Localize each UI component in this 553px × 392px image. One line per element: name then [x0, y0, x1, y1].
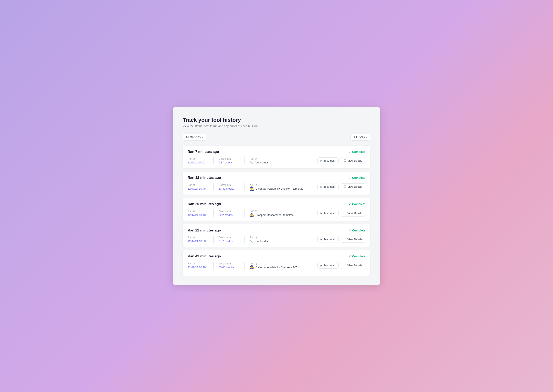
- tool-emoji: 🧙: [250, 187, 254, 190]
- info-icon: ⓘ: [344, 238, 346, 241]
- divider: [213, 236, 214, 243]
- ran-by-value: 🔧 Tool builder: [250, 161, 268, 164]
- run-time-ago: Ran 7 minutes ago: [188, 150, 219, 154]
- run-time-ago: Ran 12 minutes ago: [188, 176, 221, 180]
- run-details-inline: Ran at 12/07/24 10:53 Cost to run 9.37 c…: [188, 157, 365, 164]
- test-input-label: Test Input: [324, 159, 335, 162]
- cost-label: Cost to run: [219, 183, 239, 186]
- actions-group: ▶ Test Input ⓘ View Details: [317, 183, 365, 190]
- ran-at-value: 12/07/24 10:53: [188, 161, 208, 164]
- view-details-label: View Details: [347, 238, 362, 241]
- status-badge: ✓ Complete: [349, 229, 365, 232]
- status-badge: ✓ Complete: [349, 203, 365, 206]
- ran-at-label: Ran at: [188, 157, 208, 160]
- status-label: Complete: [352, 150, 365, 154]
- ran-by-label: Ran by: [250, 183, 303, 186]
- cost-label: Cost to run: [219, 262, 239, 265]
- ran-by-name: Tool builder: [254, 161, 268, 164]
- divider: [213, 183, 214, 190]
- view-details-button[interactable]: ⓘ View Details: [341, 262, 365, 269]
- cost-value: 80.06 credits: [219, 266, 239, 269]
- wrench-icon: 🔧: [250, 161, 253, 164]
- ran-by-name: Calendar Availability Checker - MZ: [256, 266, 297, 269]
- run-card: Ran 43 minutes ago ✓ Complete Ran at 12/…: [183, 250, 370, 276]
- run-card: Ran 20 minutes ago ✓ Complete Ran at 12/…: [183, 198, 370, 221]
- view-details-label: View Details: [347, 185, 362, 188]
- run-time-ago: Ran 22 minutes ago: [188, 228, 221, 232]
- cost-value: 9.37 credits: [219, 239, 239, 243]
- cost-value: 32.2 credits: [219, 213, 239, 217]
- test-input-button[interactable]: ▶ Test Input: [317, 262, 338, 269]
- run-details-inline: Ran at 12/07/24 10:38 Cost to run 9.37 c…: [188, 236, 365, 243]
- ran-by-value: 🔧 Tool builder: [250, 239, 268, 243]
- divider: [244, 236, 244, 243]
- test-input-button[interactable]: ▶ Test Input: [317, 210, 338, 216]
- ran-by-col: Ran by 🔧 Tool builder: [250, 157, 268, 164]
- divider: [244, 262, 244, 269]
- view-details-button[interactable]: ⓘ View Details: [341, 157, 365, 164]
- status-filter-dropdown[interactable]: All statuses ▾: [183, 133, 206, 141]
- ran-by-col: Ran by 🧙 Calendar Availability Checker -…: [250, 262, 297, 269]
- view-details-button[interactable]: ⓘ View Details: [341, 183, 365, 190]
- ran-by-label: Ran by: [250, 236, 268, 239]
- view-details-label: View Details: [347, 159, 362, 162]
- test-input-button[interactable]: ▶ Test Input: [317, 157, 338, 164]
- status-label: Complete: [352, 176, 365, 179]
- actions-group: ▶ Test Input ⓘ View Details: [317, 157, 365, 164]
- runs-list: Ran 7 minutes ago ✓ Complete Ran at 12/0…: [183, 146, 370, 276]
- status-badge: ✓ Complete: [349, 150, 365, 154]
- run-details-inline: Ran at 12/07/24 10:48 Cost to run 63.49 …: [188, 183, 365, 190]
- ran-by-label: Ran by: [250, 262, 297, 265]
- info-icon: ⓘ: [344, 185, 346, 189]
- run-card: Ran 7 minutes ago ✓ Complete Ran at 12/0…: [183, 146, 370, 168]
- cost-label: Cost to run: [219, 210, 239, 213]
- status-filter-label: All statuses: [186, 135, 201, 139]
- ran-by-label: Ran by: [250, 157, 268, 160]
- check-icon: ✓: [349, 255, 351, 258]
- divider: [213, 157, 214, 164]
- check-icon: ✓: [349, 176, 351, 179]
- run-card-header: Ran 12 minutes ago ✓ Complete: [188, 176, 365, 180]
- run-card-header: Ran 43 minutes ago ✓ Complete: [188, 254, 365, 259]
- users-filter-chevron: ▾: [366, 136, 367, 139]
- view-details-button[interactable]: ⓘ View Details: [341, 236, 365, 243]
- ran-by-name: Calendar Availability Checker - template: [256, 187, 303, 190]
- view-details-label: View Details: [347, 211, 362, 215]
- ran-by-label: Ran by: [250, 210, 294, 212]
- check-icon: ✓: [349, 150, 351, 154]
- status-label: Complete: [352, 229, 365, 232]
- ran-at-label: Ran at: [188, 236, 208, 239]
- cost-label: Cost to run: [219, 236, 239, 239]
- test-input-label: Test Input: [324, 238, 335, 241]
- ran-at-col: Ran at 12/07/24 10:48: [188, 183, 208, 190]
- test-input-button[interactable]: ▶ Test Input: [317, 236, 338, 242]
- test-input-button[interactable]: ▶ Test Input: [317, 183, 338, 190]
- cost-col: Cost to run 9.37 credits: [219, 236, 239, 243]
- ran-at-label: Ran at: [188, 262, 208, 265]
- tool-emoji: 🧙: [250, 213, 254, 217]
- play-icon: ▶: [321, 264, 322, 267]
- ran-at-label: Ran at: [188, 210, 208, 213]
- ran-by-value: 🧙 Calendar Availability Checker - templa…: [250, 187, 303, 190]
- view-details-button[interactable]: ⓘ View Details: [341, 210, 365, 217]
- cost-col: Cost to run 32.2 credits: [219, 210, 239, 217]
- page-subtitle: View the status, cost to run and any err…: [183, 125, 370, 128]
- ran-at-value: 12/07/24 10:38: [188, 239, 208, 243]
- status-badge: ✓ Complete: [349, 176, 365, 179]
- ran-at-col: Ran at 12/07/24 10:18: [188, 262, 208, 269]
- cost-label: Cost to run: [219, 157, 239, 160]
- run-time-ago: Ran 43 minutes ago: [188, 254, 221, 259]
- run-card: Ran 12 minutes ago ✓ Complete Ran at 12/…: [183, 172, 370, 195]
- play-icon: ▶: [321, 238, 322, 241]
- main-card: Track your tool history View the status,…: [173, 107, 380, 285]
- cost-value: 9.37 credits: [219, 161, 239, 164]
- test-input-label: Test Input: [324, 185, 335, 188]
- status-filter-chevron: ▾: [202, 136, 203, 139]
- ran-by-col: Ran by 🧙 Prospect Researcher - template: [250, 210, 294, 217]
- run-card-header: Ran 20 minutes ago ✓ Complete: [188, 202, 365, 206]
- test-input-label: Test Input: [324, 264, 335, 267]
- ran-by-value: 🧙 Prospect Researcher - template: [250, 213, 294, 217]
- status-label: Complete: [352, 255, 365, 258]
- divider: [244, 183, 244, 190]
- users-filter-dropdown[interactable]: All users ▾: [350, 133, 370, 141]
